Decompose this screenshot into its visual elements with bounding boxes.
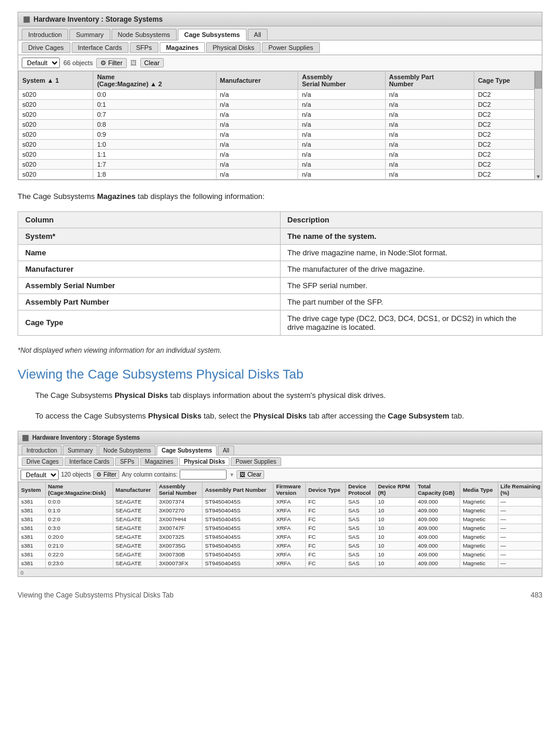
scrollbar-thumb[interactable] — [535, 71, 542, 89]
w2-clear-icon: 🖼 — [239, 471, 245, 478]
desc-col-name: Assembly Serial Number — [18, 277, 281, 293]
widget1-titlebar: ▦ Hardware Inventory : Storage Systems — [18, 12, 542, 26]
table-row: s3810:20:0SEAGATE3X007325ST94504045SXRFA… — [19, 532, 542, 541]
w2-tab-introduction[interactable]: Introduction — [22, 445, 62, 455]
filter-icon: ⚙ — [100, 59, 106, 67]
w2-filter-icon: ⚙ — [96, 471, 102, 478]
desc-col-name: Cage Type — [18, 310, 281, 335]
desc-col-value: The manufacturer of the drive magazine. — [280, 261, 542, 277]
w2-col-assembly-part[interactable]: Assembly Part Number — [203, 482, 274, 497]
col-assembly-part[interactable]: Assembly PartNumber — [385, 72, 474, 90]
intro-bold: Magazines — [97, 192, 136, 201]
para2: To access the Cage Subsystems Physical D… — [35, 410, 542, 423]
widget2: ▦ Hardware Inventory : Storage Systems I… — [18, 431, 542, 577]
col-name[interactable]: Name(Cage:Magazine) ▲ 2 — [93, 72, 216, 90]
w2-col-rpm[interactable]: Device RPM(R) — [376, 482, 416, 497]
clear-icon: 🖼 — [130, 59, 137, 66]
table-row: s3810:23:0SEAGATE3X00073FXST94504045SXRF… — [19, 559, 542, 568]
w2-preset-select[interactable]: Default — [21, 470, 59, 480]
w2-subtab-physical-disks[interactable]: Physical Disks — [179, 457, 230, 466]
desc-col-value: The part number of the SFP. — [280, 293, 542, 310]
desc-row: Assembly Serial NumberThe SFP serial num… — [18, 277, 542, 293]
w2-col-life-remaining[interactable]: Life Remaining(%) — [498, 482, 542, 497]
widget1-icon: ▦ — [23, 15, 30, 23]
table-row: s3810:0:0SEAGATE3X007374ST94504045SXRFAF… — [19, 497, 542, 506]
table-row: s0200:1n/an/an/aDC2 — [19, 100, 542, 110]
tab-summary[interactable]: Summary — [69, 29, 110, 40]
tab-introduction[interactable]: Introduction — [22, 29, 68, 40]
w2-col-dropdown-icon[interactable]: ▼ — [229, 472, 234, 478]
tab-all[interactable]: All — [248, 29, 268, 40]
desc-col-name: Assembly Part Number — [18, 293, 281, 310]
tab-node-subsystems[interactable]: Node Subsystems — [112, 29, 177, 40]
widget1: ▦ Hardware Inventory : Storage Systems I… — [18, 12, 542, 180]
w2-tab-node-subsystems[interactable]: Node Subsystems — [99, 445, 156, 455]
desc-table: Column Description System*The name of th… — [18, 211, 542, 336]
desc-col-value: The drive magazine name, in Node:Slot fo… — [280, 244, 542, 261]
desc-col-value: The drive cage type (DC2, DC3, DC4, DCS1… — [280, 310, 542, 335]
subtab-sfps[interactable]: SFPs — [130, 42, 158, 53]
w2-col-assembly-serial[interactable]: AssemblySerial Number — [156, 482, 202, 497]
w2-col-firmware[interactable]: FirmwareVersion — [274, 482, 306, 497]
filter-button[interactable]: ⚙ Filter — [96, 58, 126, 68]
w2-subtab-power-supplies[interactable]: Power Supplies — [231, 457, 281, 466]
w2-col-manufacturer[interactable]: Manufacturer — [113, 482, 156, 497]
desc-col-name: Name — [18, 244, 281, 261]
footnote: *Not displayed when viewing information … — [18, 346, 542, 355]
scroll-down-arrow[interactable]: ▼ — [535, 174, 542, 180]
preset-select[interactable]: Default — [22, 58, 60, 68]
desc-col-value: The SFP serial number. — [280, 277, 542, 293]
widget2-table: System Name(Cage:Magazine:Disk) Manufact… — [18, 482, 542, 568]
col-cage-type[interactable]: Cage Type — [474, 72, 542, 90]
subtab-physical-disks[interactable]: Physical Disks — [206, 42, 261, 53]
tab-cage-subsystems[interactable]: Cage Subsystems — [178, 29, 247, 40]
subtab-interface-cards[interactable]: Interface Cards — [72, 42, 129, 53]
w2-filter-button[interactable]: ⚙ Filter — [93, 470, 119, 479]
table-row: s0201:8n/an/an/aDC2 — [19, 170, 542, 180]
desc-col-name: Manufacturer — [18, 261, 281, 277]
col-assembly-serial[interactable]: AssemblySerial Number — [298, 72, 385, 90]
w2-col-capacity[interactable]: TotalCapacity (GB) — [415, 482, 460, 497]
para2-bold2: Physical Disks — [253, 411, 306, 420]
w2-col-system[interactable]: System — [19, 482, 46, 497]
w2-col-device-protocol[interactable]: DeviceProtocol — [346, 482, 376, 497]
w2-object-count: 120 objects — [61, 471, 91, 478]
subtab-power-supplies[interactable]: Power Supplies — [262, 42, 319, 53]
w2-col-name[interactable]: Name(Cage:Magazine:Disk) — [45, 482, 113, 497]
widget2-tabbar: Introduction Summary Node Subsystems Cag… — [18, 444, 542, 455]
w2-subtab-magazines[interactable]: Magazines — [140, 457, 178, 466]
w2-subtab-drive-cages[interactable]: Drive Cages — [22, 457, 63, 466]
para1: The Cage Subsystems Physical Disks tab d… — [35, 390, 542, 402]
w2-tab-cage-subsystems[interactable]: Cage Subsystems — [157, 445, 217, 455]
clear-button[interactable]: Clear — [140, 58, 164, 67]
widget1-subtabbar: Drive Cages Interface Cards SFPs Magazin… — [18, 40, 542, 55]
page-footer: Viewing the Cage Subsystems Physical Dis… — [18, 591, 542, 599]
statusbar-page: 0 — [21, 570, 23, 576]
w2-tab-summary[interactable]: Summary — [63, 445, 97, 455]
desc-col-name: System* — [18, 228, 281, 244]
desc-col-value: The name of the system. — [280, 228, 542, 244]
widget2-icon: ▦ — [22, 433, 29, 442]
w2-subtab-sfps[interactable]: SFPs — [115, 457, 139, 466]
desc-col-column: Column — [18, 211, 281, 228]
para1-rest: tab displays information about the syste… — [170, 391, 386, 400]
w2-col-device-type[interactable]: Device Type — [306, 482, 346, 497]
section-heading: Viewing the Cage Subsystems Physical Dis… — [18, 366, 542, 383]
object-count: 66 objects — [63, 59, 93, 66]
w2-col-media-type[interactable]: Media Type — [460, 482, 498, 497]
desc-row: ManufacturerThe manufacturer of the driv… — [18, 261, 542, 277]
subtab-drive-cages[interactable]: Drive Cages — [22, 42, 70, 53]
col-manufacturer[interactable]: Manufacturer — [216, 72, 298, 90]
para2-start: To access the Cage Subsystems — [35, 411, 146, 420]
w2-subtab-interface-cards[interactable]: Interface Cards — [65, 457, 114, 466]
desc-row: System*The name of the system. — [18, 228, 542, 244]
subtab-magazines[interactable]: Magazines — [160, 42, 205, 53]
scrollbar-vertical[interactable]: ▼ — [534, 71, 542, 180]
w2-clear-button[interactable]: 🖼 Clear — [237, 470, 264, 479]
widget1-table: System ▲ 1 Name(Cage:Magazine) ▲ 2 Manuf… — [18, 71, 542, 180]
footer-section-label: Viewing the Cage Subsystems Physical Dis… — [18, 591, 174, 599]
table-row: s0200:9n/an/an/aDC2 — [19, 130, 542, 140]
any-col-input[interactable] — [180, 470, 227, 480]
col-system[interactable]: System ▲ 1 — [19, 72, 93, 90]
w2-tab-all[interactable]: All — [218, 445, 234, 455]
